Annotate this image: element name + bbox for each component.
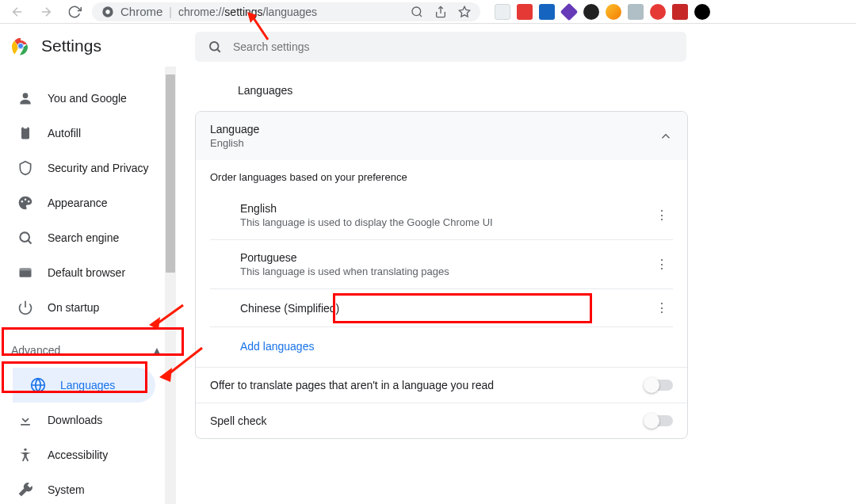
more-menu-button[interactable]: ⋮	[651, 208, 673, 223]
extension-icons	[495, 4, 710, 20]
nav-label: Security and Privacy	[48, 162, 149, 174]
sidebar-item-search-engine[interactable]: Search engine	[0, 220, 176, 255]
share-icon[interactable]	[434, 6, 447, 18]
svg-point-8	[23, 93, 29, 98]
extension-icon[interactable]	[560, 2, 579, 21]
sidebar-advanced-toggle[interactable]: Advanced ▲	[0, 333, 176, 368]
star-icon[interactable]	[458, 6, 471, 18]
settings-app: Settings You and Google Autofill Securit…	[0, 24, 856, 504]
language-subtext: This language is used when translating p…	[240, 265, 449, 277]
omnibox-right-icons	[411, 6, 471, 18]
languages-card: Language English Order languages based o…	[195, 111, 688, 439]
nav-list: You and Google Autofill Security and Pri…	[0, 67, 176, 504]
nav-label: Downloads	[48, 414, 102, 426]
sidebar-scrollbar[interactable]	[165, 67, 176, 504]
sidebar-header: Settings	[0, 24, 176, 67]
settings-search[interactable]	[195, 32, 686, 62]
arrow-left-icon	[10, 5, 25, 19]
nav-label: Appearance	[48, 197, 108, 209]
language-row-chinese: Chinese (Simplified) ⋮	[210, 289, 673, 327]
spellcheck-option-label: Spell check	[210, 414, 267, 427]
nav-label: Accessibility	[48, 449, 108, 461]
translate-toggle[interactable]	[646, 380, 673, 391]
extension-icon[interactable]	[672, 4, 688, 20]
globe-icon	[30, 377, 46, 393]
omnibox-url: chrome://settings/languages	[178, 6, 317, 18]
language-subtext: This language is used to display the Goo…	[240, 216, 493, 228]
back-button[interactable]	[6, 1, 29, 23]
language-name: English	[240, 202, 493, 215]
language-name: Chinese (Simplified)	[240, 302, 339, 315]
svg-point-13	[28, 200, 30, 203]
palette-icon	[17, 195, 33, 211]
sidebar-item-accessibility[interactable]: Accessibility	[0, 437, 176, 472]
current-language: English	[210, 137, 259, 149]
svg-point-2	[412, 7, 421, 16]
sidebar-item-you-and-google[interactable]: You and Google	[0, 81, 176, 116]
extension-icon[interactable]	[583, 4, 599, 20]
search-icon	[17, 230, 33, 246]
reload-button[interactable]	[63, 1, 86, 23]
extension-icon[interactable]	[539, 4, 555, 20]
svg-point-1	[105, 10, 109, 13]
download-icon	[17, 412, 33, 428]
language-name: Portuguese	[240, 251, 449, 264]
chrome-logo-icon	[11, 36, 30, 55]
sidebar-item-on-startup[interactable]: On startup	[0, 290, 176, 325]
nav-label: Search engine	[48, 231, 119, 244]
extension-icon[interactable]	[650, 4, 666, 20]
sidebar-item-security[interactable]: Security and Privacy	[0, 151, 176, 185]
svg-point-12	[25, 199, 27, 201]
reload-icon	[67, 5, 82, 19]
scrollbar-thumb[interactable]	[166, 74, 175, 273]
address-bar[interactable]: Chrome | chrome://settings/languages	[92, 2, 480, 21]
extension-icon[interactable]	[606, 4, 621, 20]
browser-icon	[17, 265, 33, 281]
forward-button[interactable]	[35, 1, 57, 23]
nav-label: Languages	[60, 379, 115, 391]
omnibox-app-label: Chrome	[120, 5, 162, 18]
omnibox-divider: |	[169, 6, 172, 18]
spellcheck-toggle[interactable]	[646, 415, 673, 426]
chevron-up-icon: ▲	[152, 345, 162, 356]
svg-rect-10	[24, 126, 28, 128]
translate-option-label: Offer to translate pages that aren't in …	[210, 379, 494, 391]
advanced-label: Advanced	[11, 344, 60, 357]
search-icon	[208, 40, 222, 54]
add-languages-button[interactable]: Add languages	[210, 327, 673, 367]
translate-option-row: Offer to translate pages that aren't in …	[196, 367, 687, 403]
extension-icon[interactable]	[628, 4, 644, 20]
extension-icon[interactable]	[517, 4, 533, 20]
person-icon	[17, 90, 33, 106]
extension-icon[interactable]	[694, 4, 710, 20]
svg-point-19	[24, 449, 26, 451]
search-input[interactable]	[233, 40, 674, 53]
language-label: Language	[210, 123, 259, 136]
sidebar-item-languages[interactable]: Languages	[13, 368, 155, 403]
order-hint: Order languages based on your preference	[210, 171, 673, 183]
spellcheck-option-row: Spell check	[196, 403, 687, 438]
sidebar-item-system[interactable]: System	[0, 472, 176, 504]
search-icon[interactable]	[411, 6, 423, 18]
sidebar-item-default-browser[interactable]: Default browser	[0, 255, 176, 290]
chrome-icon	[101, 6, 114, 18]
accessibility-icon	[17, 447, 33, 463]
app-title: Settings	[41, 36, 101, 55]
more-menu-button[interactable]: ⋮	[651, 300, 673, 315]
sidebar-item-appearance[interactable]: Appearance	[0, 185, 176, 220]
power-icon	[17, 300, 33, 315]
language-card-header[interactable]: Language English	[196, 112, 687, 160]
section-title: Languages	[238, 84, 837, 97]
language-row-english: English This language is used to display…	[210, 191, 673, 240]
sidebar-item-downloads[interactable]: Downloads	[0, 403, 176, 437]
content-area: Languages Language English Order languag…	[176, 24, 856, 504]
sidebar: Settings You and Google Autofill Securit…	[0, 24, 176, 504]
svg-marker-4	[459, 6, 469, 17]
language-row-portuguese: Portuguese This language is used when tr…	[210, 240, 673, 289]
browser-toolbar: Chrome | chrome://settings/languages	[0, 0, 856, 24]
sidebar-item-autofill[interactable]: Autofill	[0, 116, 176, 151]
svg-rect-9	[21, 128, 29, 139]
more-menu-button[interactable]: ⋮	[651, 257, 673, 272]
extension-icon[interactable]	[495, 4, 510, 20]
svg-rect-16	[20, 268, 32, 270]
